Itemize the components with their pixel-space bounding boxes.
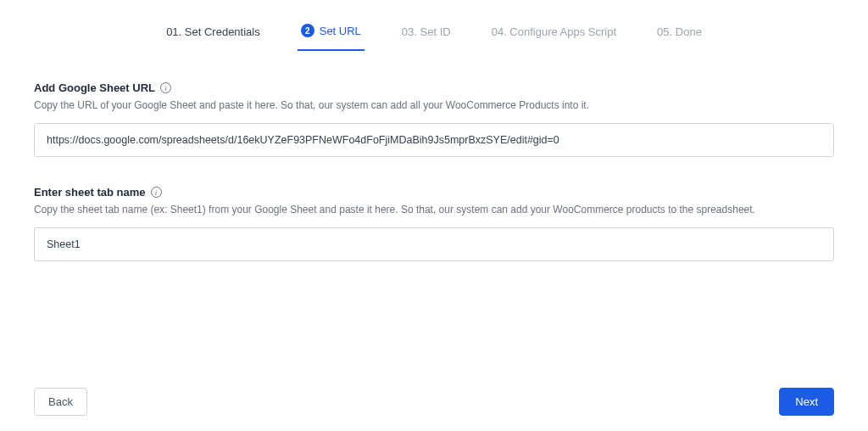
footer-actions: Back Next: [34, 388, 834, 416]
field-description: Copy the sheet tab name (ex: Sheet1) fro…: [34, 204, 834, 216]
step-badge-icon: 2: [301, 24, 314, 37]
step-set-url[interactable]: 2 Set URL: [298, 17, 364, 51]
field-google-sheet-url: Add Google Sheet URL i Copy the URL of y…: [34, 81, 834, 157]
field-sheet-tab-name: Enter sheet tab name i Copy the sheet ta…: [34, 186, 834, 261]
info-icon[interactable]: i: [160, 82, 171, 93]
step-label: 04. Configure Apps Script: [492, 25, 616, 38]
step-label: 01. Set Credentials: [166, 25, 260, 38]
next-button[interactable]: Next: [779, 388, 834, 416]
field-label-text: Enter sheet tab name: [34, 186, 146, 199]
step-set-credentials[interactable]: 01. Set Credentials: [163, 17, 264, 51]
back-button[interactable]: Back: [34, 388, 87, 416]
field-label-row: Add Google Sheet URL i: [34, 81, 834, 94]
step-set-id[interactable]: 03. Set ID: [398, 17, 454, 51]
step-label: 05. Done: [657, 25, 702, 38]
field-description: Copy the URL of your Google Sheet and pa…: [34, 99, 834, 111]
step-done[interactable]: 05. Done: [654, 17, 705, 51]
google-sheet-url-input[interactable]: [34, 123, 834, 157]
stepper: 01. Set Credentials 2 Set URL 03. Set ID…: [34, 17, 834, 51]
sheet-tab-name-input[interactable]: [34, 227, 834, 261]
field-label-row: Enter sheet tab name i: [34, 186, 834, 199]
step-label: 03. Set ID: [402, 25, 451, 38]
step-configure-apps-script[interactable]: 04. Configure Apps Script: [488, 17, 620, 51]
info-icon[interactable]: i: [151, 187, 162, 198]
step-label: Set URL: [320, 25, 361, 37]
field-label-text: Add Google Sheet URL: [34, 81, 155, 94]
